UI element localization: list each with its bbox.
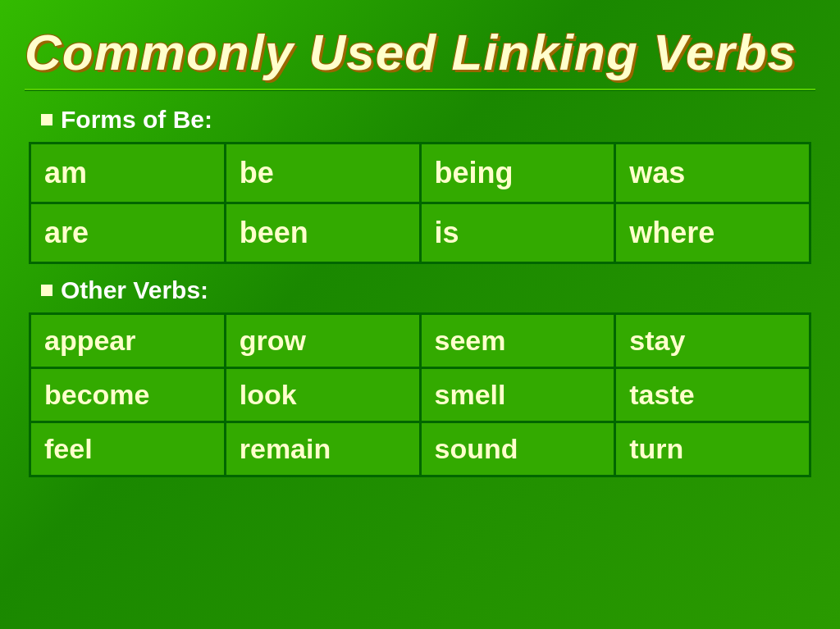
forms-of-be-table: am be being was are been is where — [29, 142, 811, 264]
table-cell: where — [615, 203, 810, 263]
table-cell: become — [30, 368, 226, 422]
table-cell: smell — [420, 368, 615, 422]
table-cell: am — [30, 144, 226, 203]
divider — [25, 89, 815, 91]
table-cell: seem — [420, 314, 615, 368]
table-cell: turn — [615, 422, 810, 476]
other-verbs-table: appear grow seem stay become look smell … — [29, 312, 811, 477]
table-cell: taste — [615, 368, 810, 422]
table-cell: sound — [420, 422, 615, 476]
table-cell: remain — [225, 422, 420, 476]
page-background: Commonly Used Linking Verbs Forms of Be:… — [0, 0, 840, 629]
table-row: become look smell taste — [30, 368, 810, 422]
table-cell: stay — [615, 314, 810, 368]
bullet-icon — [41, 285, 52, 296]
table-cell: appear — [30, 314, 226, 368]
page-title: Commonly Used Linking Verbs — [25, 25, 815, 80]
table-cell: being — [420, 144, 615, 203]
table-cell: is — [420, 203, 615, 263]
table-cell: be — [225, 144, 420, 203]
table-cell: grow — [225, 314, 420, 368]
other-verbs-text: Other Verbs: — [61, 276, 208, 304]
table-row: am be being was — [30, 144, 810, 203]
table-cell: was — [615, 144, 810, 203]
forms-of-be-label: Forms of Be: — [41, 106, 815, 134]
other-verbs-label: Other Verbs: — [41, 276, 815, 304]
table-cell: are — [30, 203, 226, 263]
table-row: feel remain sound turn — [30, 422, 810, 476]
table-cell: feel — [30, 422, 226, 476]
table-cell: been — [225, 203, 420, 263]
bullet-icon — [41, 114, 52, 125]
table-cell: look — [225, 368, 420, 422]
forms-of-be-text: Forms of Be: — [61, 106, 212, 134]
table-row: appear grow seem stay — [30, 314, 810, 368]
table-row: are been is where — [30, 203, 810, 263]
